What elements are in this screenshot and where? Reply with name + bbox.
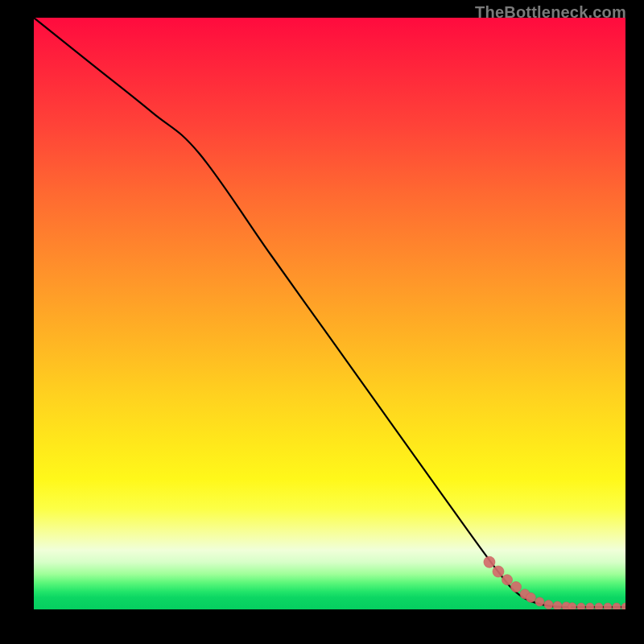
plot-area [34, 18, 625, 609]
background-gradient [34, 18, 625, 609]
chart-stage: TheBottleneck.com [0, 0, 644, 644]
